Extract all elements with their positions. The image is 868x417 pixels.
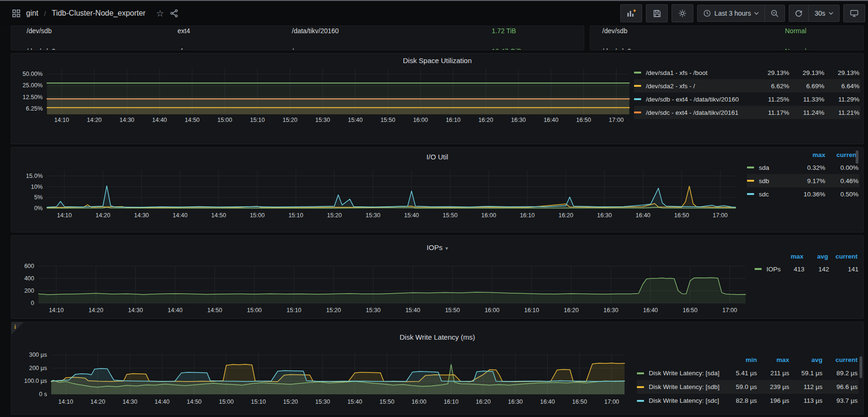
- legend-color-swatch[interactable]: [634, 111, 641, 113]
- x-axis-tick: 16:50: [682, 307, 697, 314]
- y-axis-tick: 6.25%: [26, 105, 43, 112]
- table-cell-device: /dev/sdb: [602, 27, 627, 35]
- x-axis-tick: 15:50: [443, 212, 457, 219]
- legend-column-header-max[interactable]: max: [794, 151, 825, 158]
- x-axis-tick: 15:00: [250, 212, 264, 219]
- legend-series-name[interactable]: /dev/sdc - ext4 - /data/tikv/20161: [646, 109, 753, 116]
- legend-value: 211 µs: [757, 370, 789, 377]
- chart-legend: maxavgcurrentIOPs413142141: [755, 250, 859, 276]
- legend-series-name[interactable]: /dev/sdb - ext4 - /data/tikv/20160: [646, 96, 753, 103]
- legend-color-swatch[interactable]: [755, 268, 762, 270]
- legend-value: 11.33%: [789, 96, 824, 103]
- legend-series-name[interactable]: /dev/sda1 - xfs - /boot: [646, 69, 753, 76]
- breadcrumb-folder[interactable]: gint: [26, 9, 38, 18]
- legend-value: 89.2 µs: [822, 370, 858, 377]
- x-axis-tick: 14:50: [185, 117, 199, 123]
- apps-grid-icon[interactable]: [12, 9, 20, 18]
- legend-series-name[interactable]: sdb: [759, 177, 794, 185]
- legend-value: 11.24%: [789, 109, 824, 116]
- legend-color-swatch[interactable]: [637, 372, 644, 374]
- cycle-view-tv-button[interactable]: [843, 4, 865, 22]
- star-icon[interactable]: ☆: [156, 8, 164, 19]
- y-axis-tick: 15.0%: [26, 173, 43, 179]
- share-icon[interactable]: [170, 9, 178, 18]
- chevron-down-icon: [829, 12, 833, 15]
- legend-value: 413: [781, 266, 804, 273]
- legend-scrollbar[interactable]: [856, 150, 859, 164]
- x-axis-tick: 16:30: [508, 398, 523, 405]
- legend-scrollbar[interactable]: [859, 356, 862, 378]
- legend-color-swatch[interactable]: [747, 193, 754, 195]
- legend-series-name[interactable]: /dev/sda2 - xfs - /: [646, 83, 753, 90]
- refresh-interval-picker[interactable]: 30s: [809, 5, 839, 21]
- legend-value: 11.17%: [753, 109, 789, 116]
- legend-color-swatch[interactable]: [637, 400, 644, 402]
- legend-column-header-avg[interactable]: avg: [789, 356, 822, 363]
- legend-color-swatch[interactable]: [634, 98, 641, 100]
- x-axis-tick: 15:40: [404, 212, 419, 219]
- x-axis-tick: 15:10: [289, 212, 303, 219]
- legend-row: /dev/sda2 - xfs - /6.62%6.69%6.64%: [634, 79, 860, 93]
- legend-column-header-current[interactable]: current: [825, 151, 859, 158]
- legend-value: 29.13%: [753, 69, 789, 76]
- breadcrumb-dashboard-title[interactable]: Tidb-Cluster-Node_exporter: [52, 9, 146, 18]
- zoom-out-button[interactable]: [765, 5, 784, 21]
- legend-value: 82.8 µs: [724, 397, 757, 404]
- x-axis-tick: 15:20: [283, 398, 298, 405]
- x-axis-tick: 15:50: [445, 307, 460, 314]
- refresh-button[interactable]: [789, 5, 808, 21]
- y-axis-tick: 0: [31, 300, 34, 306]
- legend-value: 11.21%: [824, 109, 859, 116]
- timeseries-chart[interactable]: 14:1014:2014:3014:4014:5015:0015:1015:20…: [11, 148, 864, 232]
- x-axis-tick: 16:10: [446, 117, 460, 123]
- x-axis-tick: 15:40: [347, 398, 362, 405]
- table-cell-mount: /data/tikv/20160: [292, 27, 339, 35]
- x-axis-tick: 14:20: [87, 117, 102, 123]
- legend-column-header-max[interactable]: max: [780, 253, 803, 260]
- x-axis-tick: 16:20: [564, 307, 579, 314]
- x-axis-tick: 15:40: [405, 307, 420, 314]
- legend-value: 142: [804, 266, 829, 273]
- timeseries-chart[interactable]: 14:1014:2014:3014:4014:5015:0015:1015:20…: [11, 236, 864, 319]
- legend-series-name[interactable]: IOPs: [766, 266, 781, 273]
- legend-value: 11.25%: [753, 96, 789, 103]
- legend-column-header-max[interactable]: max: [757, 356, 789, 363]
- legend-color-swatch[interactable]: [634, 85, 641, 87]
- x-axis-tick: 15:00: [247, 307, 261, 314]
- legend-column-header-current[interactable]: current: [822, 356, 858, 363]
- x-axis-tick: 14:10: [58, 398, 73, 405]
- legend-series-name[interactable]: sdc: [759, 191, 794, 198]
- y-axis-tick: 25.00%: [23, 82, 43, 89]
- dashboard-settings-button[interactable]: [672, 4, 693, 22]
- x-axis-tick: 16:10: [444, 398, 458, 405]
- legend-value: 0.32%: [794, 164, 825, 171]
- add-panel-button[interactable]: [620, 4, 642, 22]
- x-axis-tick: 15:30: [365, 212, 380, 219]
- table-cell-fstype: xfs: [177, 47, 186, 50]
- time-range-picker[interactable]: Last 3 hours: [698, 5, 765, 21]
- legend-series-name[interactable]: Disk Write Latency: [sda]: [649, 370, 724, 377]
- legend-value: 10.36%: [794, 191, 825, 198]
- legend-color-swatch[interactable]: [634, 72, 641, 74]
- legend-column-header-current[interactable]: current: [828, 253, 858, 260]
- legend-column-header-avg[interactable]: avg: [803, 253, 828, 260]
- legend-color-swatch[interactable]: [747, 167, 754, 168]
- x-axis-tick: 14:20: [95, 212, 110, 219]
- legend-value: 0.50%: [825, 191, 859, 198]
- panel-disk-space-utilization: Disk Space Utilization 14:1014:2014:3014…: [11, 53, 864, 144]
- legend-value: 196 µs: [757, 397, 789, 404]
- x-axis-tick: 14:40: [173, 212, 187, 219]
- y-axis-tick: 12.50%: [23, 94, 43, 101]
- save-dashboard-button[interactable]: [646, 4, 668, 22]
- legend-column-header-min[interactable]: min: [724, 356, 757, 363]
- legend-series-name[interactable]: Disk Write Latency: [sdc]: [649, 397, 724, 404]
- legend-color-swatch[interactable]: [637, 386, 644, 388]
- x-axis-tick: 15:40: [348, 117, 363, 123]
- series-line-sdc: [47, 186, 736, 207]
- legend-series-name[interactable]: Disk Write Latency: [sdb]: [649, 383, 724, 390]
- chart-legend: /dev/sda1 - xfs - /boot29.13%29.13%29.13…: [634, 68, 860, 121]
- legend-value: 93.7 µs: [822, 397, 858, 404]
- legend-color-swatch[interactable]: [747, 180, 754, 182]
- legend-series-name[interactable]: sda: [759, 164, 794, 171]
- legend-value: 6.69%: [789, 83, 824, 90]
